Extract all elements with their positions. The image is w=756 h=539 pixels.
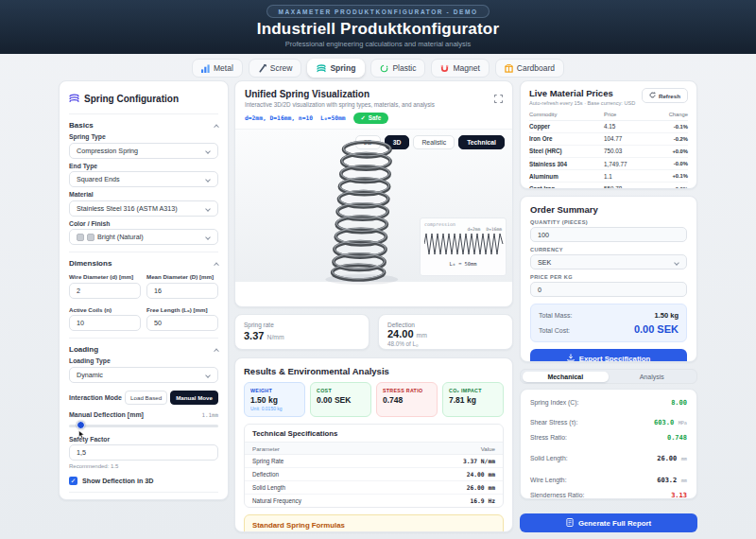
quantity-input[interactable]: 100 [530, 227, 687, 242]
tab-plastic[interactable]: Plastic [370, 59, 425, 78]
spring-3d-render [309, 137, 413, 290]
check-icon: ✓ [361, 114, 366, 121]
refresh-button[interactable]: Refresh [642, 88, 688, 103]
spring-2d-waveform [424, 232, 504, 256]
tab-screw[interactable]: Screw [249, 59, 302, 78]
product-tabbar: Metal Screw Spring Plastic Magnet Cardbo… [0, 59, 756, 78]
deflection-value: 24.00 [387, 328, 414, 339]
section-basics[interactable]: Basics [69, 121, 218, 130]
currency-select[interactable]: SEK [530, 254, 687, 270]
inset-length-label: L₀ = 50mm [424, 261, 502, 267]
box-icon [505, 64, 513, 73]
total-cost-value: 0.00 SEK [634, 323, 679, 335]
loading-type-select[interactable]: Dynamic [69, 367, 218, 383]
spring-type-select[interactable]: Compression Spring [69, 143, 218, 159]
chevron-down-icon [205, 235, 211, 240]
order-title: Order Summary [530, 204, 687, 215]
safety-factor-label: Safety Factor [69, 436, 218, 443]
safety-factor-input[interactable] [69, 444, 218, 461]
section-dimensions[interactable]: Dimensions [69, 259, 218, 268]
technical-inset: compression d=2mm D=16mm L₀ = 50mm [420, 217, 507, 276]
manual-deflection-value: 1.1mm [202, 412, 218, 418]
chevron-down-icon [205, 206, 211, 212]
currency-label: CURRENCY [530, 247, 687, 252]
active-coils-input[interactable] [69, 315, 141, 331]
safe-badge[interactable]: ✓Safe [353, 113, 389, 124]
show-deflection-checkbox[interactable]: ✓ Show Deflection in 3D [69, 477, 218, 485]
manual-deflection-label: Manual Deflection [mm] [69, 411, 144, 418]
fullscreen-icon[interactable] [494, 90, 503, 107]
chevron-up-icon [214, 348, 219, 354]
manual-deflection-slider[interactable] [69, 421, 218, 430]
deflection-unit: mm [417, 332, 427, 339]
end-type-select[interactable]: Squared Ends [69, 171, 218, 187]
price-per-kg-label: PRICE PER KG [530, 274, 687, 280]
mouse-cursor-icon [78, 426, 85, 443]
chevron-up-icon [214, 262, 219, 268]
page-title: Industriell Produktkonfigurator [0, 20, 756, 39]
finish-swatch [77, 234, 84, 241]
chevron-up-icon [214, 124, 219, 130]
free-length-label: Free Length (L₀) [mm] [146, 306, 218, 313]
table-row: Iron Ore104.77-0.2% [529, 132, 688, 145]
free-length-input[interactable] [146, 315, 218, 331]
safety-factor-hint: Recommended: 1.5 [69, 463, 218, 469]
viz-title: Unified Spring Visualization [245, 89, 503, 99]
list-item: Stress Ratio:0.748 [530, 431, 687, 444]
spring-rate-value: 3.37 [244, 330, 264, 341]
active-coils-label: Active Coils (n) [69, 306, 141, 313]
generate-full-report-button[interactable]: Generate Full Report [520, 513, 697, 532]
spring-rate-unit: N/mm [266, 334, 284, 340]
list-item: Spring Index (C):8.00 [530, 396, 687, 409]
list-item: Shear Stress (τ):603.0 MPa [530, 409, 687, 432]
spring-3d-canvas[interactable]: 2D 3D Realistic Technical [235, 129, 512, 282]
tab-mechanical[interactable]: Mechanical [523, 372, 610, 382]
interaction-mode-label: Interaction Mode [69, 394, 122, 401]
wire-diameter-input[interactable] [69, 283, 141, 299]
tab-metal[interactable]: Metal [192, 59, 243, 78]
mean-diameter-input[interactable] [146, 283, 218, 299]
section-loading[interactable]: Loading [69, 345, 218, 354]
load-based-button[interactable]: Load Based [125, 391, 167, 405]
table-row: Spring Rate3.37 N/mm [245, 455, 503, 468]
technical-specifications: Technical Specifications Parameter Value… [244, 424, 504, 508]
deflection-card: Deflection 24.00 mm 48.0% of L₀ [378, 314, 513, 350]
tab-spring[interactable]: Spring [307, 59, 365, 78]
finish-select[interactable]: Bright (Natural) [69, 229, 218, 245]
spring-rate-label: Spring rate [244, 322, 360, 328]
table-row: Aluminum1.1+0.1% [529, 170, 688, 183]
section-advanced[interactable]: Advanced [69, 499, 218, 500]
screw-icon [258, 64, 266, 73]
bar-chart-icon [201, 64, 210, 73]
tab-analysis[interactable]: Analysis [609, 372, 696, 382]
export-specification-button[interactable]: Export Specification [530, 349, 687, 362]
view-realistic-button[interactable]: Realistic [413, 135, 455, 149]
app-header: MAXAMETER PRODUKTKONFIGURATOR - DEMO Ind… [0, 0, 756, 54]
viz-subtitle: Interactive 3D/2D visualization with spr… [245, 101, 503, 108]
chevron-down-icon [674, 260, 679, 266]
material-select[interactable]: Stainless Steel 316 (ASTM A313) [69, 200, 218, 217]
list-item: Solid Length:26.00 mm [530, 444, 687, 467]
tab-magnet[interactable]: Magnet [431, 59, 489, 78]
list-item: Wire Length:603.2 mm [530, 466, 687, 489]
chevron-down-icon [205, 148, 211, 154]
checkbox-check-icon[interactable]: ✓ [69, 477, 77, 485]
spec-header-value: Value [393, 443, 503, 455]
recycle-icon [380, 64, 388, 73]
table-row: Steel (HRC)750.03+0.0% [529, 145, 688, 157]
tab-cardboard[interactable]: Cardboard [495, 59, 564, 78]
deflection-percent: 48.0% of L₀ [387, 340, 504, 347]
table-row: Stainless 3041,749.77-0.0% [529, 158, 688, 170]
deflection-label: Deflection [387, 322, 504, 328]
report-document-icon [566, 518, 574, 529]
view-technical-button[interactable]: Technical [458, 135, 505, 149]
manual-move-button[interactable]: Manual Move [170, 391, 218, 405]
finish-swatch [87, 234, 94, 241]
formula-rate: Rate: k = (G·d⁴)/(8·D³·n) [252, 532, 495, 533]
slider-track[interactable] [69, 425, 218, 427]
formulas-box: Standard Spring Formulas Rate: k = (G·d⁴… [244, 514, 504, 532]
price-per-kg-input[interactable]: 0 [530, 282, 687, 297]
download-icon [567, 354, 575, 362]
params-badge: d=2mm, D=16mm, n=10 [245, 114, 313, 121]
stress-ratio-card: STRESS RATIO 0.748 [376, 382, 438, 417]
